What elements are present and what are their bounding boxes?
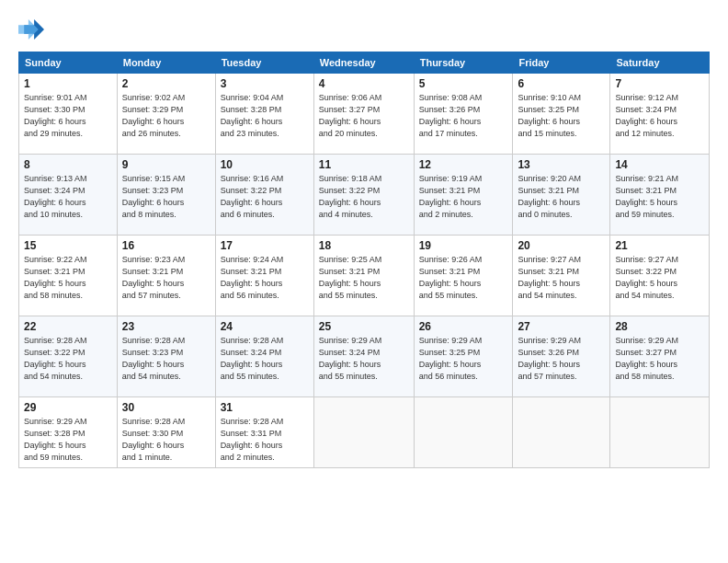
calendar-cell: 24Sunrise: 9:28 AM Sunset: 3:24 PM Dayli… bbox=[215, 316, 313, 397]
day-number: 5 bbox=[419, 77, 508, 90]
calendar-cell: 3Sunrise: 9:04 AM Sunset: 3:28 PM Daylig… bbox=[215, 74, 313, 155]
day-number: 18 bbox=[319, 239, 409, 252]
day-info: Sunrise: 9:04 AM Sunset: 3:28 PM Dayligh… bbox=[221, 92, 309, 140]
day-number: 21 bbox=[615, 239, 704, 252]
day-number: 20 bbox=[518, 239, 605, 252]
calendar-cell: 15Sunrise: 9:22 AM Sunset: 3:21 PM Dayli… bbox=[19, 236, 118, 316]
day-info: Sunrise: 9:10 AM Sunset: 3:25 PM Dayligh… bbox=[518, 92, 605, 140]
day-info: Sunrise: 9:24 AM Sunset: 3:21 PM Dayligh… bbox=[221, 254, 309, 302]
calendar-cell bbox=[313, 397, 414, 468]
calendar-cell: 9Sunrise: 9:15 AM Sunset: 3:23 PM Daylig… bbox=[117, 155, 215, 236]
calendar-cell bbox=[610, 397, 710, 468]
day-number: 12 bbox=[419, 158, 508, 171]
calendar-cell: 21Sunrise: 9:27 AM Sunset: 3:22 PM Dayli… bbox=[610, 236, 710, 316]
day-number: 26 bbox=[419, 320, 508, 333]
calendar-cell: 27Sunrise: 9:29 AM Sunset: 3:26 PM Dayli… bbox=[513, 316, 610, 397]
day-number: 8 bbox=[24, 158, 112, 171]
day-info: Sunrise: 9:20 AM Sunset: 3:21 PM Dayligh… bbox=[518, 173, 605, 221]
col-header-friday: Friday bbox=[513, 52, 610, 74]
day-number: 1 bbox=[24, 77, 112, 90]
day-info: Sunrise: 9:13 AM Sunset: 3:24 PM Dayligh… bbox=[24, 173, 112, 221]
calendar-cell: 2Sunrise: 9:02 AM Sunset: 3:29 PM Daylig… bbox=[117, 74, 215, 155]
col-header-sunday: Sunday bbox=[19, 52, 118, 74]
calendar-cell: 12Sunrise: 9:19 AM Sunset: 3:21 PM Dayli… bbox=[414, 155, 513, 236]
calendar-cell: 14Sunrise: 9:21 AM Sunset: 3:21 PM Dayli… bbox=[610, 155, 710, 236]
page: SundayMondayTuesdayWednesdayThursdayFrid… bbox=[0, 0, 728, 563]
day-info: Sunrise: 9:25 AM Sunset: 3:21 PM Dayligh… bbox=[319, 254, 409, 302]
week-row-4: 29Sunrise: 9:29 AM Sunset: 3:28 PM Dayli… bbox=[19, 397, 710, 468]
day-number: 27 bbox=[518, 320, 605, 333]
day-info: Sunrise: 9:28 AM Sunset: 3:31 PM Dayligh… bbox=[221, 416, 309, 464]
day-info: Sunrise: 9:02 AM Sunset: 3:29 PM Dayligh… bbox=[122, 92, 210, 140]
day-number: 14 bbox=[615, 158, 704, 171]
day-info: Sunrise: 9:08 AM Sunset: 3:26 PM Dayligh… bbox=[419, 92, 508, 140]
day-number: 22 bbox=[24, 320, 112, 333]
calendar-cell: 17Sunrise: 9:24 AM Sunset: 3:21 PM Dayli… bbox=[215, 236, 313, 316]
logo-icon bbox=[18, 17, 44, 42]
day-number: 23 bbox=[122, 320, 210, 333]
calendar-cell: 8Sunrise: 9:13 AM Sunset: 3:24 PM Daylig… bbox=[19, 155, 118, 236]
calendar-cell: 22Sunrise: 9:28 AM Sunset: 3:22 PM Dayli… bbox=[19, 316, 118, 397]
col-header-tuesday: Tuesday bbox=[215, 52, 313, 74]
day-info: Sunrise: 9:21 AM Sunset: 3:21 PM Dayligh… bbox=[615, 173, 704, 221]
header bbox=[18, 17, 710, 42]
day-number: 16 bbox=[122, 239, 210, 252]
day-info: Sunrise: 9:12 AM Sunset: 3:24 PM Dayligh… bbox=[615, 92, 704, 140]
calendar-cell bbox=[414, 397, 513, 468]
day-number: 19 bbox=[419, 239, 508, 252]
logo bbox=[18, 17, 48, 42]
day-info: Sunrise: 9:29 AM Sunset: 3:27 PM Dayligh… bbox=[615, 335, 704, 383]
calendar-cell: 10Sunrise: 9:16 AM Sunset: 3:22 PM Dayli… bbox=[215, 155, 313, 236]
calendar-cell: 31Sunrise: 9:28 AM Sunset: 3:31 PM Dayli… bbox=[215, 397, 313, 468]
day-info: Sunrise: 9:01 AM Sunset: 3:30 PM Dayligh… bbox=[24, 92, 112, 140]
day-info: Sunrise: 9:16 AM Sunset: 3:22 PM Dayligh… bbox=[221, 173, 309, 221]
day-info: Sunrise: 9:22 AM Sunset: 3:21 PM Dayligh… bbox=[24, 254, 112, 302]
calendar-cell: 16Sunrise: 9:23 AM Sunset: 3:21 PM Dayli… bbox=[117, 236, 215, 316]
day-number: 15 bbox=[24, 239, 112, 252]
week-row-1: 8Sunrise: 9:13 AM Sunset: 3:24 PM Daylig… bbox=[19, 155, 710, 236]
day-number: 7 bbox=[615, 77, 704, 90]
calendar-cell: 11Sunrise: 9:18 AM Sunset: 3:22 PM Dayli… bbox=[313, 155, 414, 236]
day-number: 30 bbox=[122, 401, 210, 414]
day-info: Sunrise: 9:28 AM Sunset: 3:24 PM Dayligh… bbox=[221, 335, 309, 383]
calendar-cell: 28Sunrise: 9:29 AM Sunset: 3:27 PM Dayli… bbox=[610, 316, 710, 397]
calendar-cell: 30Sunrise: 9:28 AM Sunset: 3:30 PM Dayli… bbox=[117, 397, 215, 468]
day-info: Sunrise: 9:23 AM Sunset: 3:21 PM Dayligh… bbox=[122, 254, 210, 302]
calendar-cell: 7Sunrise: 9:12 AM Sunset: 3:24 PM Daylig… bbox=[610, 74, 710, 155]
day-info: Sunrise: 9:15 AM Sunset: 3:23 PM Dayligh… bbox=[122, 173, 210, 221]
day-number: 9 bbox=[122, 158, 210, 171]
calendar-cell: 1Sunrise: 9:01 AM Sunset: 3:30 PM Daylig… bbox=[19, 74, 118, 155]
day-number: 10 bbox=[221, 158, 309, 171]
day-info: Sunrise: 9:18 AM Sunset: 3:22 PM Dayligh… bbox=[319, 173, 409, 221]
col-header-wednesday: Wednesday bbox=[313, 52, 414, 74]
day-info: Sunrise: 9:29 AM Sunset: 3:26 PM Dayligh… bbox=[518, 335, 605, 383]
day-info: Sunrise: 9:06 AM Sunset: 3:27 PM Dayligh… bbox=[319, 92, 409, 140]
day-number: 25 bbox=[319, 320, 409, 333]
calendar-cell: 18Sunrise: 9:25 AM Sunset: 3:21 PM Dayli… bbox=[313, 236, 414, 316]
day-number: 4 bbox=[319, 77, 409, 90]
calendar-table: SundayMondayTuesdayWednesdayThursdayFrid… bbox=[18, 52, 710, 468]
day-number: 6 bbox=[518, 77, 605, 90]
day-info: Sunrise: 9:28 AM Sunset: 3:30 PM Dayligh… bbox=[122, 416, 210, 464]
calendar-cell: 19Sunrise: 9:26 AM Sunset: 3:21 PM Dayli… bbox=[414, 236, 513, 316]
calendar-cell bbox=[513, 397, 610, 468]
week-row-2: 15Sunrise: 9:22 AM Sunset: 3:21 PM Dayli… bbox=[19, 236, 710, 316]
calendar-cell: 26Sunrise: 9:29 AM Sunset: 3:25 PM Dayli… bbox=[414, 316, 513, 397]
calendar-cell: 23Sunrise: 9:28 AM Sunset: 3:23 PM Dayli… bbox=[117, 316, 215, 397]
day-info: Sunrise: 9:27 AM Sunset: 3:22 PM Dayligh… bbox=[615, 254, 704, 302]
day-number: 2 bbox=[122, 77, 210, 90]
calendar-cell: 20Sunrise: 9:27 AM Sunset: 3:21 PM Dayli… bbox=[513, 236, 610, 316]
day-info: Sunrise: 9:19 AM Sunset: 3:21 PM Dayligh… bbox=[419, 173, 508, 221]
calendar-cell: 4Sunrise: 9:06 AM Sunset: 3:27 PM Daylig… bbox=[313, 74, 414, 155]
day-number: 24 bbox=[221, 320, 309, 333]
day-info: Sunrise: 9:29 AM Sunset: 3:28 PM Dayligh… bbox=[24, 416, 112, 464]
calendar-cell: 6Sunrise: 9:10 AM Sunset: 3:25 PM Daylig… bbox=[513, 74, 610, 155]
calendar-cell: 29Sunrise: 9:29 AM Sunset: 3:28 PM Dayli… bbox=[19, 397, 118, 468]
day-number: 17 bbox=[221, 239, 309, 252]
day-info: Sunrise: 9:28 AM Sunset: 3:22 PM Dayligh… bbox=[24, 335, 112, 383]
day-number: 29 bbox=[24, 401, 112, 414]
calendar-cell: 13Sunrise: 9:20 AM Sunset: 3:21 PM Dayli… bbox=[513, 155, 610, 236]
calendar-cell: 5Sunrise: 9:08 AM Sunset: 3:26 PM Daylig… bbox=[414, 74, 513, 155]
col-header-saturday: Saturday bbox=[610, 52, 710, 74]
week-row-0: 1Sunrise: 9:01 AM Sunset: 3:30 PM Daylig… bbox=[19, 74, 710, 155]
